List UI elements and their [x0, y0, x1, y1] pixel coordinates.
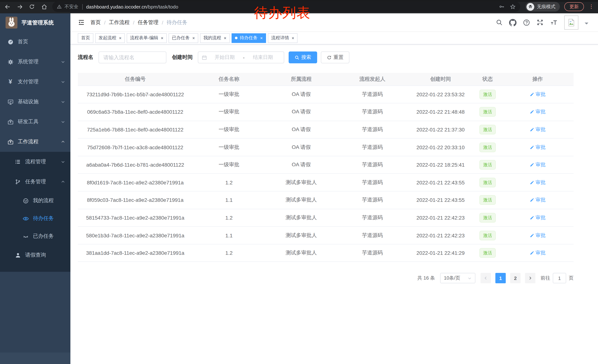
browser-reload-button[interactable] [28, 3, 36, 10]
tab-start-process[interactable]: 发起流程× [95, 33, 125, 43]
password-key-button[interactable] [499, 4, 505, 10]
col-initiator: 流程发起人 [337, 73, 407, 86]
reset-button[interactable]: 重置 [321, 51, 349, 63]
goto-unit-label: 页 [569, 275, 573, 282]
sidebar-item-my-process[interactable]: 我的流程 [0, 192, 70, 210]
sidebar-item-system[interactable]: 系统管理 [0, 52, 70, 72]
sidebar-item-leave-query[interactable]: 请假查询 [0, 245, 70, 265]
key-icon [499, 4, 505, 10]
logo[interactable]: 芋道管理系统 [0, 13, 70, 32]
task-initiator: 芋道源码 [337, 138, 407, 156]
sidebar-item-label: 待办任务 [33, 215, 54, 222]
browser-update-button[interactable]: 更新 [564, 2, 584, 11]
task-id: 580e1b3d-7ac8-11ec-a9e2-a2380e71991a [78, 226, 193, 244]
browser-back-button[interactable] [4, 3, 11, 10]
avatar[interactable] [564, 15, 578, 29]
task-name: 一级审批 [193, 103, 265, 121]
github-link[interactable] [509, 19, 516, 26]
prev-page-button[interactable] [481, 273, 491, 283]
table-row: 381aa1dd-7ac8-11ec-a9e2-a2380e71991a1.2测… [78, 244, 573, 262]
status-badge: 激活 [479, 90, 496, 99]
breadcrumb-home[interactable]: 首页 [91, 19, 101, 26]
page-size-value: 10条/页 [444, 275, 460, 282]
reset-button-label: 重置 [333, 54, 343, 61]
close-icon[interactable]: × [192, 35, 195, 40]
table-row: a6aba0a4-7b6d-11ec-b781-acde48001122一级审批… [78, 156, 573, 174]
sidebar-item-label: 已办任务 [33, 233, 54, 240]
page-button-1[interactable]: 1 [495, 273, 506, 283]
font-size-button[interactable] [550, 19, 558, 26]
task-initiator: 芋道源码 [337, 209, 407, 226]
help-button[interactable] [523, 19, 530, 26]
tab-todo-tasks[interactable]: 待办任务× [232, 33, 266, 43]
close-icon[interactable]: × [260, 35, 263, 40]
tab-process-form-edit[interactable]: 流程表单-编辑× [127, 33, 167, 43]
security-status[interactable]: 不安全 [57, 4, 78, 10]
close-icon[interactable]: × [291, 35, 294, 40]
process-name-input[interactable] [99, 51, 166, 63]
search-button[interactable]: 搜索 [289, 51, 317, 63]
pencil-icon [530, 233, 534, 238]
approve-button[interactable]: 审批 [530, 109, 546, 115]
sidebar-item-done-tasks[interactable]: 已办任务 [0, 227, 70, 245]
date-range-picker[interactable]: 开始日期 - 结束日期 [198, 51, 284, 63]
browser-forward-button[interactable] [16, 3, 23, 10]
tags-view: 首页 发起流程× 流程表单-编辑× 已办任务× 我的流程× 待办任务× 流程详情… [70, 32, 598, 44]
sidebar-item-process-mgmt[interactable]: 流程管理 [0, 152, 70, 172]
approve-button[interactable]: 审批 [530, 232, 546, 239]
breadcrumb: 首页 / 工作流程 / 任务管理 / 待办任务 [91, 19, 187, 26]
sidebar-collapse-button[interactable] [78, 19, 85, 26]
approve-button[interactable]: 审批 [530, 250, 546, 256]
next-page-button[interactable] [525, 273, 535, 283]
bookmark-star-button[interactable] [510, 4, 516, 10]
tab-done-tasks[interactable]: 已办任务× [169, 33, 198, 43]
page-size-select[interactable]: 10条/页 [440, 273, 475, 283]
sidebar-item-devtools[interactable]: 研发工具 [0, 112, 70, 132]
approve-button[interactable]: 审批 [530, 91, 546, 98]
task-initiator: 芋道源码 [337, 226, 407, 244]
status-badge: 激活 [479, 178, 496, 187]
approve-button[interactable]: 审批 [530, 197, 546, 203]
page-button-2[interactable]: 2 [510, 273, 521, 283]
browser-home-button[interactable] [40, 3, 48, 10]
approve-button[interactable]: 审批 [530, 179, 546, 186]
task-created: 2022-01-22 23:53:32 [407, 86, 473, 103]
close-icon[interactable]: × [161, 35, 163, 40]
tab-home[interactable]: 首页 [78, 33, 93, 43]
task-process: OA 请假 [265, 103, 337, 121]
filter-form: 流程名 创建时间 开始日期 - 结束日期 搜索 重 [78, 51, 598, 63]
browser-menu-button[interactable] [588, 4, 594, 10]
url-path: /bpm/task/todo [147, 4, 178, 9]
approve-button[interactable]: 审批 [530, 126, 546, 133]
tab-process-detail[interactable]: 流程详情× [268, 33, 298, 43]
sidebar-item-payment[interactable]: ¥ 支付管理 [0, 72, 70, 92]
task-name: 一级审批 [193, 121, 265, 138]
kebab-menu-icon [588, 4, 594, 10]
task-created: 2022-01-21 22:42:23 [407, 226, 473, 244]
close-icon[interactable]: × [224, 35, 226, 40]
goto-page-input[interactable] [553, 273, 566, 283]
breadcrumb-task-mgmt[interactable]: 任务管理 [138, 19, 158, 26]
question-icon [523, 19, 530, 26]
url-host: dashboard.yudao.iocoder.cn [86, 4, 147, 9]
header-search-button[interactable] [496, 19, 503, 26]
breadcrumb-workflow[interactable]: 工作流程 [109, 19, 130, 26]
task-created: 2022-01-21 22:43:55 [407, 174, 473, 191]
sidebar-item-workflow[interactable]: 工作流程 [0, 132, 70, 152]
sidebar-item-home[interactable]: 首页 [0, 32, 70, 52]
sidebar-item-todo-tasks[interactable]: 待办任务 [0, 210, 70, 227]
page-content: 流程名 创建时间 开始日期 - 结束日期 搜索 重 [70, 44, 598, 283]
close-icon[interactable]: × [119, 35, 122, 40]
table-row: 75d72608-7b7f-11ec-a3c8-acde48001122一级审批… [78, 138, 573, 156]
sidebar-item-task-mgmt[interactable]: 任务管理 [0, 172, 70, 192]
sidebar-item-infrastructure[interactable]: 基础设施 [0, 92, 70, 112]
approve-button[interactable]: 审批 [530, 214, 546, 221]
approve-button[interactable]: 审批 [530, 144, 546, 151]
breadcrumb-separator: / [133, 19, 134, 25]
tab-my-process[interactable]: 我的流程× [200, 33, 230, 43]
calendar-icon [201, 55, 207, 60]
caret-down-icon[interactable] [585, 22, 588, 26]
fullscreen-button[interactable] [537, 19, 544, 26]
approve-button[interactable]: 审批 [530, 162, 546, 168]
task-created: 2022-01-21 22:43:55 [407, 191, 473, 209]
